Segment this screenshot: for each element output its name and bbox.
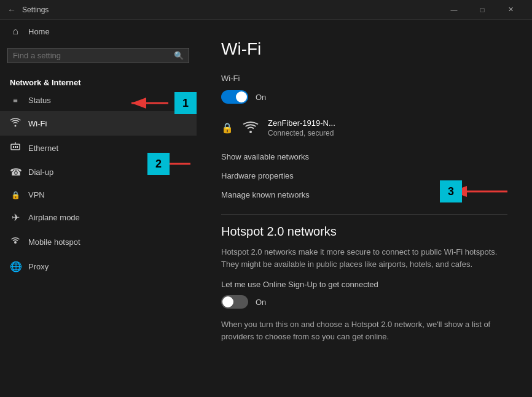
hotspot-toggle[interactable] — [221, 295, 248, 309]
hotspot-toggle-label: On — [256, 298, 266, 307]
main-layout: ⌂ Home 🔍 Network & Internet ≡ Status — [0, 20, 532, 397]
wifi-toggle-label: On — [256, 93, 266, 102]
vpn-icon: 🔒 — [10, 191, 21, 199]
sidebar-label-status: Status — [28, 96, 51, 105]
dialup-icon: ☎ — [10, 166, 21, 178]
sidebar-label-dialup: Dial-up — [28, 168, 53, 177]
maximize-button[interactable]: □ — [468, 0, 496, 20]
sidebar-item-mobile-hotspot[interactable]: Mobile hotspot — [0, 229, 197, 255]
title-bar: ← Settings — □ ✕ — [0, 0, 532, 20]
sidebar-label-home: Home — [28, 27, 50, 36]
network-status: Connected, secured — [268, 129, 335, 137]
hotspot-toggle-knob — [222, 296, 233, 307]
show-available-networks-link[interactable]: Show available networks — [221, 147, 507, 166]
search-icon: 🔍 — [174, 51, 184, 60]
connected-wifi-icon — [242, 120, 259, 137]
home-icon: ⌂ — [10, 26, 21, 37]
sidebar-label-vpn: VPN — [28, 190, 45, 199]
close-button[interactable]: ✕ — [496, 0, 525, 20]
wifi-toggle-knob — [236, 91, 247, 102]
airplane-icon: ✈ — [10, 212, 21, 223]
sidebar-label-proxy: Proxy — [28, 262, 49, 271]
sidebar-label-airplane: Airplane mode — [28, 213, 80, 222]
wifi-toggle[interactable] — [221, 90, 248, 104]
sidebar-item-home[interactable]: ⌂ Home — [0, 20, 197, 43]
search-input[interactable] — [13, 51, 174, 60]
section-label-network: Network & Internet — [0, 73, 197, 90]
content-area: Wi-Fi Wi-Fi On 🔒 ZenFiber-1919-N... — [197, 20, 532, 397]
sidebar-item-ethernet[interactable]: Ethernet — [0, 136, 197, 160]
title-bar-title: Settings — [22, 6, 49, 14]
ethernet-icon — [10, 142, 21, 154]
wifi-icon — [10, 117, 21, 129]
sidebar-item-vpn[interactable]: 🔒 VPN — [0, 184, 197, 206]
svg-rect-1 — [13, 146, 14, 148]
sidebar-label-wifi: Wi-Fi — [28, 119, 47, 128]
network-info: ZenFiber-1919-N... Connected, secured — [268, 118, 335, 137]
manage-known-networks-link[interactable]: Manage known networks — [221, 185, 507, 204]
hotspot-description: Hotspot 2.0 networks make it more secure… — [221, 246, 507, 270]
svg-rect-3 — [17, 146, 18, 148]
sidebar-item-wifi[interactable]: Wi-Fi — [0, 111, 197, 136]
mobile-hotspot-icon — [10, 236, 21, 249]
sidebar-item-airplane[interactable]: ✈ Airplane mode — [0, 206, 197, 229]
window-controls: — □ ✕ — [440, 0, 525, 20]
hotspot-title: Hotspot 2.0 networks — [221, 225, 507, 239]
hardware-properties-link[interactable]: Hardware properties — [221, 166, 507, 185]
svg-rect-2 — [15, 146, 16, 148]
lock-icon: 🔒 — [221, 122, 233, 134]
connected-network: 🔒 ZenFiber-1919-N... Connected, secured — [221, 114, 507, 142]
sidebar-item-status[interactable]: ≡ Status — [0, 90, 197, 111]
sidebar: ⌂ Home 🔍 Network & Internet ≡ Status — [0, 20, 197, 397]
minimize-button[interactable]: — — [440, 0, 468, 20]
proxy-icon: 🌐 — [10, 261, 21, 272]
hotspot-signin-label: Let me use Online Sign-Up to get connect… — [221, 280, 507, 289]
search-box: 🔍 — [7, 48, 189, 63]
sidebar-item-proxy[interactable]: 🌐 Proxy — [0, 255, 197, 279]
hotspot-toggle-row: On — [221, 295, 507, 309]
page-title: Wi-Fi — [221, 39, 507, 59]
section-divider — [221, 214, 507, 215]
wifi-toggle-row: On — [221, 90, 507, 104]
network-name: ZenFiber-1919-N... — [268, 118, 335, 128]
status-icon: ≡ — [10, 96, 21, 105]
sidebar-label-mobile-hotspot: Mobile hotspot — [28, 237, 80, 247]
hotspot-note: When you turn this on and choose a Hotsp… — [221, 318, 507, 342]
svg-point-5 — [14, 241, 17, 244]
sidebar-label-ethernet: Ethernet — [28, 144, 58, 153]
wifi-section-label: Wi-Fi — [221, 74, 507, 83]
sidebar-item-dialup[interactable]: ☎ Dial-up — [0, 160, 197, 184]
back-button[interactable]: ← — [7, 5, 16, 15]
